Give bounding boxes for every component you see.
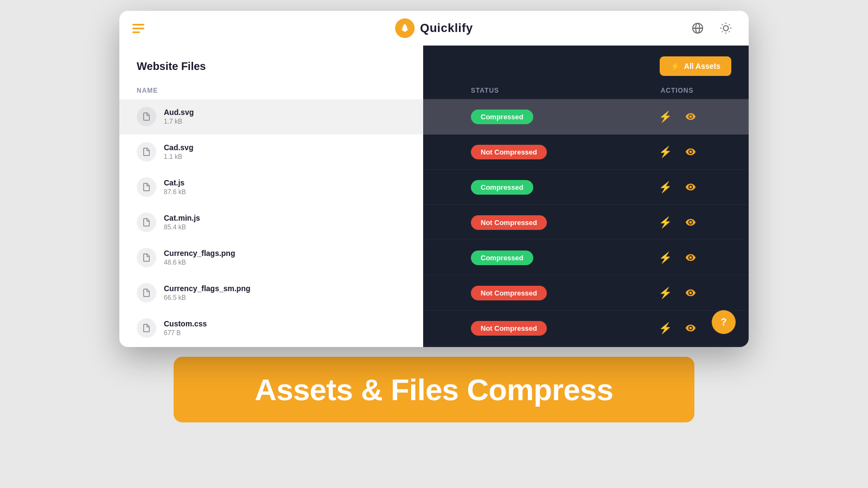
file-info: Cat.min.js 85.4 kB (164, 214, 200, 231)
logo-circle (395, 18, 414, 38)
file-size: 1.7 kB (164, 118, 194, 125)
view-action-btn[interactable] (685, 323, 696, 333)
status-badge: Not Compressed (471, 145, 547, 159)
file-size: 85.4 kB (164, 223, 200, 231)
file-name: Aud.svg (164, 108, 194, 117)
app-window: Quicklify (119, 11, 749, 347)
file-list-overlay: Website Files ⚡ All Assets NAME STATUS A… (119, 46, 749, 347)
file-icon (137, 283, 156, 303)
compress-action-btn[interactable]: ⚡ (659, 322, 672, 335)
compress-action-btn[interactable]: ⚡ (659, 286, 672, 299)
outer-wrapper: Quicklify (0, 0, 868, 488)
status-cell: Not Compressed (471, 286, 623, 300)
file-size: 66.5 kB (164, 294, 251, 301)
file-name: Cad.svg (164, 143, 193, 152)
svg-point-3 (723, 25, 728, 30)
file-size: 87.6 kB (164, 188, 186, 196)
globe-icon-btn[interactable] (688, 18, 707, 38)
actions-cell: ⚡ (623, 286, 731, 299)
file-info: Aud.svg 1.7 kB (164, 108, 194, 125)
view-action-btn[interactable] (685, 111, 696, 122)
file-size: 1.1 kB (164, 153, 193, 160)
file-size: 48.6 kB (164, 259, 235, 266)
table-row[interactable]: Currency_flags.png 48.6 kB Compressed ⚡ (119, 240, 749, 275)
file-name: Currency_flags.png (164, 249, 235, 258)
file-info: Cat.js 87.6 kB (164, 178, 186, 196)
file-icon (137, 107, 156, 126)
table-row[interactable]: Cat.js 87.6 kB Compressed ⚡ (119, 170, 749, 205)
file-name-cell: Aud.svg 1.7 kB (137, 107, 471, 126)
banner-text: Assets & Files Compress (255, 372, 614, 407)
file-icon (137, 177, 156, 197)
view-action-btn[interactable] (685, 217, 696, 228)
svg-line-11 (729, 24, 730, 25)
table-row[interactable]: Custom.css 677 B Not Compressed ⚡ (119, 311, 749, 346)
file-name-cell: Cad.svg 1.1 kB (137, 142, 471, 162)
actions-cell: ⚡ (623, 145, 731, 158)
view-action-btn[interactable] (685, 182, 696, 192)
actions-cell: ⚡ (623, 110, 731, 123)
file-rows-container: Aud.svg 1.7 kB Compressed ⚡ Cad.svg (119, 99, 749, 347)
header-left (132, 24, 144, 33)
col-status: STATUS (471, 87, 623, 94)
file-info: Currency_flags.png 48.6 kB (164, 249, 235, 266)
table-row[interactable]: Currency_flags_sm.png 66.5 kB Not Compre… (119, 275, 749, 311)
status-badge: Not Compressed (471, 286, 547, 300)
file-name: Currency_flags_sm.png (164, 284, 251, 293)
status-cell: Compressed (471, 110, 623, 124)
actions-cell: ⚡ (623, 216, 731, 229)
file-name: Custom.css (164, 319, 207, 328)
theme-toggle-btn[interactable] (716, 18, 736, 38)
file-name-cell: Custom.css 677 B (137, 318, 471, 338)
file-name-cell: Cat.js 87.6 kB (137, 177, 471, 197)
app-name: Quicklify (420, 21, 473, 35)
actions-cell: ⚡ (623, 251, 731, 264)
view-action-btn[interactable] (685, 252, 696, 263)
compress-action-btn[interactable]: ⚡ (659, 181, 672, 194)
header: Quicklify (119, 11, 749, 46)
file-info: Currency_flags_sm.png 66.5 kB (164, 284, 251, 301)
bottom-banner: Assets & Files Compress (174, 357, 694, 422)
table-row[interactable]: Cad.svg 1.1 kB Not Compressed ⚡ (119, 134, 749, 170)
help-button[interactable]: ? (712, 310, 736, 334)
svg-line-7 (729, 31, 730, 32)
svg-line-6 (722, 24, 723, 25)
table-header: NAME STATUS ACTIONS (119, 82, 749, 99)
table-row[interactable]: Cat.min.js 85.4 kB Not Compressed ⚡ (119, 205, 749, 240)
hamburger-icon[interactable] (132, 24, 144, 33)
view-action-btn[interactable] (685, 146, 696, 157)
svg-line-10 (722, 31, 723, 32)
status-cell: Compressed (471, 251, 623, 265)
status-badge: Compressed (471, 180, 533, 195)
view-action-btn[interactable] (685, 287, 696, 298)
compress-action-btn[interactable]: ⚡ (659, 110, 672, 123)
file-name: Cat.min.js (164, 214, 200, 222)
compress-action-btn[interactable]: ⚡ (659, 251, 672, 264)
file-icon (137, 248, 156, 267)
bolt-icon-btn: ⚡ (671, 62, 680, 70)
file-info: Cad.svg 1.1 kB (164, 143, 193, 160)
file-name-cell: Currency_flags.png 48.6 kB (137, 248, 471, 267)
all-assets-button[interactable]: ⚡ All Assets (660, 56, 731, 76)
status-cell: Not Compressed (471, 215, 623, 230)
file-list-header: Website Files ⚡ All Assets (119, 46, 749, 82)
file-name: Cat.js (164, 178, 186, 187)
compress-action-btn[interactable]: ⚡ (659, 216, 672, 229)
col-name: NAME (137, 87, 471, 94)
file-icon (137, 213, 156, 232)
file-icon (137, 318, 156, 338)
file-name-cell: Currency_flags_sm.png 66.5 kB (137, 283, 471, 303)
status-badge: Not Compressed (471, 215, 547, 230)
main-content: Website Files ⚡ All Assets NAME STATUS A… (119, 46, 749, 347)
status-badge: Not Compressed (471, 321, 547, 336)
page-title: Website Files (137, 60, 206, 73)
file-size: 677 B (164, 329, 207, 337)
header-center: Quicklify (395, 18, 473, 38)
compress-action-btn[interactable]: ⚡ (659, 145, 672, 158)
table-row[interactable]: Aud.svg 1.7 kB Compressed ⚡ (119, 99, 749, 134)
col-actions: ACTIONS (623, 87, 731, 94)
file-name-cell: Cat.min.js 85.4 kB (137, 213, 471, 232)
status-cell: Not Compressed (471, 145, 623, 159)
status-badge: Compressed (471, 110, 533, 124)
status-badge: Compressed (471, 251, 533, 265)
